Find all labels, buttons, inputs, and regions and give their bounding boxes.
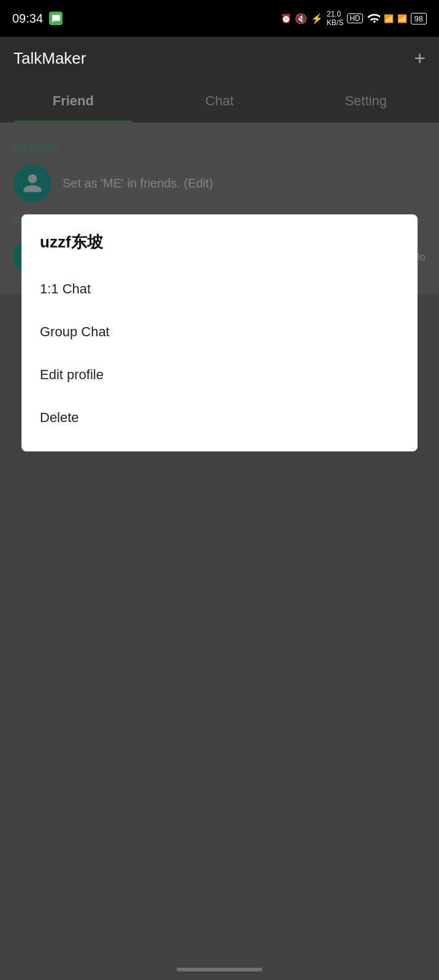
menu-item-one-on-one-chat[interactable]: 1:1 Chat [40,268,399,311]
app-title: TalkMaker [13,49,86,68]
menu-item-delete[interactable]: Delete [40,396,399,439]
signal-5g-icon: 📶 [397,14,407,23]
context-menu-title: uzzf东坡 [40,232,399,253]
status-icons: ⏰ 🔇 ⚡ 21.0KB/S HD 📶 📶 98 [281,10,427,27]
bluetooth-icon: ⚡ [311,13,323,24]
wifi-icon [367,13,380,24]
alarm-icon: ⏰ [281,13,291,23]
app-header: TalkMaker + [0,37,439,80]
context-menu: uzzf东坡 1:1 Chat Group Chat Edit profile … [21,214,418,451]
menu-item-edit-profile[interactable]: Edit profile [40,353,399,396]
speed-indicator: 21.0KB/S [327,10,343,27]
main-content: Friend Chat Setting My profile Set as 'M… [0,80,439,980]
menu-item-group-chat[interactable]: Group Chat [40,311,399,353]
status-bar: 09:34 ⏰ 🔇 ⚡ 21.0KB/S HD 📶 📶 98 [0,0,439,37]
status-time: 09:34 [12,12,43,26]
battery-indicator: 98 [411,13,427,24]
add-button[interactable]: + [414,48,426,68]
mute-icon: 🔇 [295,13,307,24]
signal-4g-icon: 📶 [384,14,394,23]
hd-badge: HD [347,13,362,23]
chat-notification-icon [49,12,63,25]
